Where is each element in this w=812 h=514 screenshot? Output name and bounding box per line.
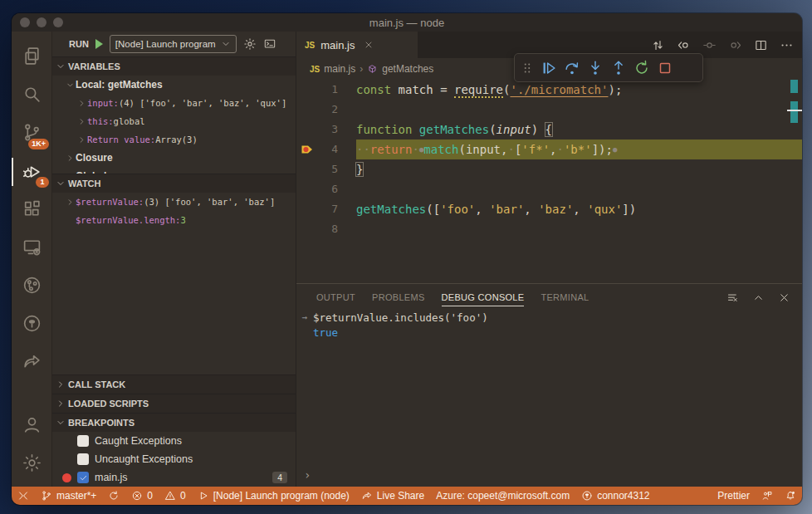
activity-item-github[interactable] bbox=[12, 306, 51, 344]
more-actions-icon[interactable] bbox=[780, 38, 794, 52]
status-remote[interactable] bbox=[12, 487, 35, 505]
previous-change-icon[interactable] bbox=[677, 38, 691, 52]
debug-console-prompt[interactable]: › bbox=[296, 468, 802, 487]
activity-item-accounts[interactable] bbox=[12, 407, 51, 445]
status-debug-launch[interactable]: [Node] Launch program (node) bbox=[192, 487, 355, 505]
current-change-icon[interactable] bbox=[702, 38, 717, 52]
step-into-button[interactable] bbox=[586, 59, 604, 77]
watch-section-header[interactable]: WATCH bbox=[52, 174, 296, 193]
tree-row[interactable]: Global bbox=[52, 167, 296, 174]
activity-item-settings[interactable] bbox=[12, 445, 51, 483]
tree-row[interactable]: input: (4) ['foo', 'bar', 'baz', 'qux'] bbox=[52, 94, 296, 112]
activity-item-explorer[interactable] bbox=[12, 38, 51, 76]
status-sync[interactable] bbox=[102, 487, 125, 505]
tree-row[interactable]: Return value: Array(3) bbox=[52, 130, 296, 149]
debug-console-icon[interactable] bbox=[263, 37, 276, 51]
section-header-call-stack[interactable]: CALL STACK bbox=[52, 374, 296, 394]
code-line[interactable]: 6 bbox=[296, 179, 802, 199]
breakpoints-title: BREAKPOINTS bbox=[68, 418, 135, 428]
tree-row[interactable]: $returnValue: (3) ['foo', 'bar', 'baz'] bbox=[52, 193, 296, 211]
breadcrumb-symbol[interactable]: getMatches bbox=[382, 63, 433, 75]
stop-button[interactable] bbox=[656, 59, 674, 77]
code-token: ([ bbox=[426, 203, 440, 216]
status-errors[interactable]: 0 bbox=[125, 487, 159, 505]
tab-main-js[interactable]: JS main.js bbox=[296, 32, 418, 58]
tree-row[interactable]: $returnValue.length: 3 bbox=[52, 211, 296, 229]
activity-item-project-graph[interactable] bbox=[12, 267, 51, 306]
breakpoint-row[interactable]: main.js4 bbox=[52, 468, 296, 487]
continue-button[interactable] bbox=[540, 59, 558, 77]
activity-item-source-control[interactable]: 1K+ bbox=[12, 115, 51, 153]
breakpoints-section-header[interactable]: BREAKPOINTS bbox=[52, 413, 296, 432]
code-line[interactable]: 5} bbox=[296, 159, 802, 179]
chevron-down-icon bbox=[221, 39, 231, 49]
code-token: ● bbox=[613, 145, 617, 154]
close-panel-icon[interactable] bbox=[778, 291, 790, 304]
status-github-account[interactable]: connor4312 bbox=[575, 487, 655, 505]
code-token: return bbox=[370, 143, 413, 156]
status-warnings[interactable]: 0 bbox=[159, 487, 192, 505]
sync-icon bbox=[108, 490, 120, 502]
checkbox[interactable] bbox=[77, 435, 89, 447]
code-line[interactable]: 1const match = require('./micromatch'); bbox=[296, 80, 802, 100]
code-line[interactable]: 4··return·●match(input,·['f*',·'b*']);● bbox=[296, 140, 802, 159]
status-prettier[interactable]: Prettier bbox=[712, 487, 756, 505]
restart-button[interactable] bbox=[633, 59, 651, 77]
section-header-loaded-scripts[interactable]: LOADED SCRIPTS bbox=[52, 394, 296, 413]
circle-branch-icon bbox=[22, 275, 42, 299]
code-line[interactable]: 8 bbox=[296, 219, 802, 239]
breadcrumb-file[interactable]: main.js bbox=[324, 63, 355, 75]
maximize-panel-icon[interactable] bbox=[752, 291, 765, 304]
tree-row[interactable]: Local: getMatches bbox=[52, 76, 296, 94]
minimize-button[interactable] bbox=[37, 17, 46, 27]
status-live-share[interactable]: Live Share bbox=[355, 487, 430, 505]
panel-tab-terminal[interactable]: TERMINAL bbox=[541, 289, 589, 306]
code-line[interactable]: 2 bbox=[296, 100, 802, 120]
status-notifications[interactable] bbox=[779, 487, 802, 505]
next-change-icon[interactable] bbox=[728, 38, 742, 52]
split-editor-icon[interactable] bbox=[754, 38, 768, 52]
panel-tab-problems[interactable]: PROBLEMS bbox=[372, 289, 425, 306]
code-line[interactable]: 3function getMatches(input) { bbox=[296, 120, 802, 140]
breakpoint-row[interactable]: Uncaught Exceptions bbox=[52, 450, 296, 468]
breakpoint-row[interactable]: Caught Exceptions bbox=[52, 432, 296, 450]
code-token: ); bbox=[608, 83, 622, 96]
activity-item-search[interactable] bbox=[12, 76, 51, 115]
checkbox[interactable] bbox=[77, 472, 89, 483]
chevron-right-icon bbox=[76, 99, 87, 108]
debug-console-output: →$returnValue.includes('foo')true bbox=[296, 311, 802, 468]
status-azure-account[interactable]: Azure: copeet@microsoft.com bbox=[430, 487, 575, 505]
tree-row[interactable]: this: global bbox=[52, 112, 296, 130]
status-feedback[interactable] bbox=[756, 487, 779, 505]
activity-item-remote-explorer[interactable] bbox=[12, 229, 51, 267]
code-token: match bbox=[423, 143, 458, 156]
status-branch[interactable]: master*+ bbox=[35, 487, 102, 505]
activity-item-live-share[interactable] bbox=[12, 344, 51, 382]
panel-tab-debug-console[interactable]: DEBUG CONSOLE bbox=[442, 289, 525, 306]
code-line[interactable]: 7getMatches(['foo', 'bar', 'baz', 'qux']… bbox=[296, 199, 802, 219]
variable-name: $returnValue.length: bbox=[76, 215, 180, 225]
breakpoint-current-line-icon[interactable] bbox=[296, 140, 316, 159]
clear-console-icon[interactable] bbox=[726, 291, 739, 304]
traffic-lights bbox=[20, 17, 63, 27]
zoom-button[interactable] bbox=[53, 17, 63, 27]
step-over-button[interactable] bbox=[563, 59, 581, 77]
checkbox[interactable] bbox=[77, 453, 89, 465]
launch-config-select[interactable]: [Node] Launch program bbox=[110, 35, 237, 53]
tree-row[interactable]: Closure bbox=[52, 149, 296, 167]
code-token: · bbox=[557, 143, 564, 156]
variables-section-header[interactable]: VARIABLES bbox=[52, 56, 296, 76]
activity-item-run-debug[interactable]: 1 bbox=[12, 153, 51, 191]
files-icon bbox=[22, 46, 42, 70]
start-debug-icon[interactable] bbox=[95, 39, 103, 49]
panel-tab-output[interactable]: OUTPUT bbox=[316, 289, 355, 306]
code-line-content: function getMatches(input) { bbox=[356, 120, 802, 140]
step-out-button[interactable] bbox=[609, 59, 628, 77]
open-changes-icon[interactable] bbox=[651, 38, 665, 52]
close-button[interactable] bbox=[20, 17, 30, 27]
code-editor[interactable]: 1const match = require('./micromatch');2… bbox=[296, 80, 802, 283]
close-tab-icon[interactable] bbox=[364, 40, 374, 50]
activity-item-extensions[interactable] bbox=[12, 191, 51, 229]
drag-grip-icon[interactable] bbox=[520, 61, 535, 76]
gear-icon[interactable] bbox=[243, 37, 257, 51]
